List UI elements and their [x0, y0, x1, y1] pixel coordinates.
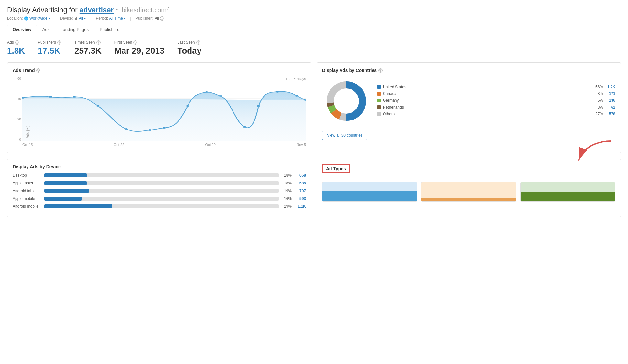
device-row-apple-mobile: Apple mobile 16% 593 [13, 196, 306, 201]
publishers-info-icon[interactable]: ⓘ [57, 40, 61, 45]
device-row-desktop: Desktop 18% 668 [13, 173, 306, 178]
legend-item-us: United States 56% 1.2K [377, 85, 615, 89]
svg-text:Ads (%): Ads (%) [25, 126, 31, 138]
desktop-bar-fill [44, 173, 87, 177]
apple-tablet-bar-track [44, 181, 279, 185]
stat-last-seen: Last Seen ⓘ Today [177, 40, 201, 56]
tab-overview[interactable]: Overview [7, 25, 37, 34]
stat-ads: Ads ⓘ 1.8K [7, 40, 25, 56]
android-tablet-bar-track [44, 189, 279, 193]
location-filter[interactable]: Location: 🌐 Worldwide ▾ [7, 16, 50, 21]
device-card: Display Ads by Device Desktop 18% 668 Ap… [7, 159, 311, 217]
device-filter[interactable]: Device: 🖥 All ▾ [60, 16, 86, 21]
android-mobile-bar-fill [44, 204, 112, 208]
ad-types-card: Ad Types 29% Media 510 [317, 159, 621, 217]
ad-types-header-wrapper: Ad Types [322, 164, 615, 178]
countries-title: Display Ads by Countries ⓘ [322, 68, 615, 73]
apple-mobile-bar-fill [44, 197, 82, 201]
media-visual [322, 182, 417, 201]
legend-color-de [377, 99, 381, 102]
media-bar [322, 191, 417, 201]
ad-types-title: Ad Types [322, 164, 350, 173]
stat-publishers: Publishers ⓘ 17.5K [38, 40, 61, 56]
ad-types-grid: 29% Media 510 8% HTML 139 [322, 182, 615, 202]
x-axis-labels: Oct 15 Oct 22 Oct 29 Nov 5 [22, 143, 306, 147]
ad-type-media: 29% Media 510 [322, 182, 417, 202]
legend-item-others: Others 27% 578 [377, 112, 615, 116]
apple-tablet-bar-fill [44, 181, 87, 185]
media-info: 29% Media 510 [322, 201, 417, 202]
domain-link: bikesdirect.com↗ [122, 6, 170, 14]
page-title: Display Advertising for advertiser ~ bik… [7, 6, 621, 14]
ads-trend-card: Ads Trend ⓘ Last 30 days 60 40 20 0 [7, 62, 311, 153]
legend-color-nl [377, 105, 381, 109]
legend-color-others [377, 112, 381, 116]
device-row-apple-tablet: Apple tablet 18% 685 [13, 181, 306, 185]
ads-trend-title: Ads Trend ⓘ [13, 68, 306, 73]
stat-first-seen: First Seen ⓘ Mar 29, 2013 [114, 40, 165, 56]
text-top [521, 182, 615, 192]
stat-times-seen: Times Seen ⓘ 257.3K [74, 40, 102, 56]
advertiser-link[interactable]: advertiser [80, 6, 114, 14]
countries-card: Display Ads by Countries ⓘ [317, 62, 621, 153]
legend-item-de: Germany 6% 136 [377, 98, 615, 103]
device-row-android-tablet: Android tablet 19% 707 [13, 189, 306, 193]
last-seen-info-icon[interactable]: ⓘ [196, 40, 200, 45]
html-visual [421, 182, 516, 201]
main-grid: Ads Trend ⓘ Last 30 days 60 40 20 0 [7, 62, 621, 217]
times-seen-info-icon[interactable]: ⓘ [96, 40, 101, 45]
countries-info-icon[interactable]: ⓘ [378, 68, 383, 73]
html-bar [421, 198, 516, 201]
view-all-countries-button[interactable]: View all 30 countries [322, 131, 367, 140]
device-rows: Desktop 18% 668 Apple tablet 18% 685 And… [13, 173, 306, 209]
device-title: Display Ads by Device [13, 164, 306, 169]
trend-svg: Ads (%) [22, 77, 306, 141]
legend-color-ca [377, 92, 381, 96]
text-info: 63% Text 1.1K [521, 201, 615, 202]
desktop-bar-track [44, 173, 279, 177]
text-visual [521, 182, 615, 201]
stats-row: Ads ⓘ 1.8K Publishers ⓘ 17.5K Times Seen… [7, 40, 621, 56]
html-info: 8% HTML 139 [421, 201, 516, 202]
tab-publishers[interactable]: Publishers [94, 25, 125, 34]
android-tablet-bar-fill [44, 189, 89, 193]
tab-landing-pages[interactable]: Landing Pages [55, 25, 94, 34]
ad-type-text: 63% Text 1.1K [520, 182, 615, 202]
ads-info-icon[interactable]: ⓘ [15, 40, 19, 45]
device-row-android-mobile: Android mobile 29% 1.1K [13, 204, 306, 209]
legend-item-ca: Canada 8% 171 [377, 91, 615, 96]
ad-type-html: 8% HTML 139 [421, 182, 516, 202]
publisher-filter: Publisher: All ⓘ [135, 16, 164, 21]
donut-legend: United States 56% 1.2K Canada 8% 171 Ger… [377, 85, 615, 119]
globe-icon: 🌐 [24, 16, 28, 21]
publisher-info-icon[interactable]: ⓘ [160, 16, 164, 21]
legend-color-us [377, 85, 381, 89]
apple-mobile-bar-track [44, 197, 279, 201]
ads-trend-chart: Last 30 days 60 40 20 0 [13, 77, 306, 148]
tab-ads[interactable]: Ads [37, 25, 55, 34]
ads-trend-info-icon[interactable]: ⓘ [36, 68, 40, 73]
text-bottom [521, 192, 615, 201]
period-filter[interactable]: Period: All Time ▾ [96, 16, 125, 21]
filters-bar: Location: 🌐 Worldwide ▾ | Device: 🖥 All … [7, 16, 621, 21]
legend-item-nl: Netherlands 3% 62 [377, 105, 615, 109]
donut-section: United States 56% 1.2K Canada 8% 171 Ger… [322, 77, 615, 126]
tabs-bar: Overview Ads Landing Pages Publishers [7, 25, 621, 34]
device-icon: 🖥 [74, 16, 78, 21]
android-mobile-bar-track [44, 204, 279, 208]
svg-point-25 [335, 89, 358, 113]
donut-chart [322, 77, 371, 126]
first-seen-info-icon[interactable]: ⓘ [133, 40, 137, 45]
